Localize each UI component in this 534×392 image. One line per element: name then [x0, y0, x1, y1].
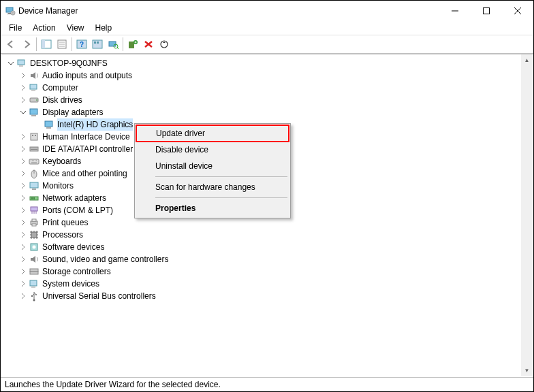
svg-point-23: [36, 99, 37, 101]
chevron-down-icon[interactable]: [7, 59, 15, 67]
tree-category[interactable]: Software devices: [5, 241, 533, 253]
scroll-up-button[interactable]: ▲: [521, 54, 533, 66]
monitor-icon: [29, 180, 40, 191]
action-center-button[interactable]: [90, 37, 105, 52]
chevron-right-icon[interactable]: [19, 145, 27, 153]
menu-view[interactable]: View: [61, 22, 90, 34]
ctx-update-driver[interactable]: Update driver: [136, 125, 289, 142]
svg-rect-37: [32, 189, 36, 190]
chevron-right-icon[interactable]: [19, 243, 27, 251]
uninstall-button[interactable]: [141, 37, 156, 52]
chevron-right-icon[interactable]: [19, 280, 27, 288]
tree-category[interactable]: Sound, video and game controllers: [5, 253, 533, 265]
tree-label: Keyboards: [42, 155, 81, 167]
titlebar: Device Manager: [1, 1, 533, 21]
ctx-properties[interactable]: Properties: [136, 200, 289, 216]
show-tree-button[interactable]: [39, 37, 54, 52]
chevron-right-icon[interactable]: [19, 231, 27, 239]
tree-category[interactable]: System devices: [5, 278, 533, 290]
scroll-down-button[interactable]: ▼: [521, 365, 533, 376]
properties-button[interactable]: [54, 37, 69, 52]
ctx-label: Disable device: [155, 145, 208, 154]
chevron-right-icon[interactable]: [19, 218, 27, 227]
tree-category[interactable]: Processors: [5, 229, 533, 241]
chevron-right-icon[interactable]: [19, 255, 27, 263]
mouse-icon: [29, 168, 40, 179]
disk-icon: [29, 95, 40, 105]
tree-root-label: DESKTOP-9Q0JNFS: [30, 57, 108, 69]
forward-button[interactable]: [19, 37, 34, 52]
svg-point-53: [35, 294, 37, 295]
scan-hardware-button[interactable]: [106, 37, 121, 52]
chevron-right-icon[interactable]: [19, 169, 27, 178]
toolbar-separator: [123, 37, 123, 51]
chevron-right-icon[interactable]: [19, 96, 27, 104]
chevron-right-icon[interactable]: [19, 182, 27, 190]
tree-label: Processors: [42, 229, 83, 241]
computer-icon: [29, 82, 40, 93]
svg-rect-13: [109, 42, 116, 46]
chevron-right-icon[interactable]: [19, 194, 27, 202]
menu-file[interactable]: File: [3, 22, 27, 34]
ctx-separator: [155, 176, 287, 177]
statusbar: Launches the Update Driver Wizard for th…: [1, 377, 533, 391]
vertical-scrollbar[interactable]: ▲ ▼: [521, 54, 533, 376]
chevron-right-icon[interactable]: [19, 157, 27, 165]
svg-rect-54: [31, 295, 33, 297]
ctx-disable-device[interactable]: Disable device: [136, 142, 289, 158]
svg-rect-36: [30, 182, 38, 188]
back-button[interactable]: [3, 37, 18, 52]
svg-text:?: ?: [80, 41, 84, 48]
ctx-scan-hardware[interactable]: Scan for hardware changes: [136, 179, 289, 195]
tree-category[interactable]: Computer: [5, 82, 533, 94]
tree-label: Computer: [42, 82, 78, 94]
ctx-uninstall-device[interactable]: Uninstall device: [136, 158, 289, 174]
svg-point-52: [33, 299, 35, 301]
add-legacy-button[interactable]: [125, 37, 140, 52]
svg-rect-18: [18, 60, 25, 65]
tree-label: System devices: [42, 278, 99, 290]
svg-rect-43: [32, 219, 36, 221]
menu-action[interactable]: Action: [27, 22, 61, 34]
close-button[interactable]: [502, 1, 533, 21]
window-title: Device Manager: [18, 6, 78, 16]
chevron-right-icon[interactable]: [19, 71, 27, 80]
tree-category-display-adapters[interactable]: Display adapters: [5, 106, 533, 118]
network-icon: [29, 193, 40, 203]
chevron-right-icon[interactable]: [19, 84, 27, 92]
tree-root[interactable]: DESKTOP-9Q0JNFS: [5, 57, 533, 69]
scroll-track[interactable]: [521, 66, 533, 365]
help-button[interactable]: ?: [74, 37, 89, 52]
tree-label: IDE ATA/ATAPI controller: [42, 143, 133, 155]
tree-label: Sound, video and game controllers: [42, 253, 168, 265]
tree-label: Network adapters: [42, 192, 106, 204]
toolbar-separator: [72, 37, 72, 51]
svg-rect-32: [31, 148, 37, 148]
tree-label: Audio inputs and outputs: [42, 69, 132, 82]
maximize-button[interactable]: [471, 1, 502, 21]
port-icon: [29, 205, 40, 216]
chevron-right-icon[interactable]: [19, 206, 27, 214]
chevron-right-icon[interactable]: [19, 267, 27, 276]
menubar: File Action View Help: [1, 21, 533, 35]
chevron-right-icon[interactable]: [19, 292, 27, 300]
svg-rect-45: [31, 232, 37, 238]
tree-category[interactable]: Universal Serial Bus controllers: [5, 290, 533, 302]
tree-category[interactable]: Storage controllers: [5, 265, 533, 278]
update-driver-button[interactable]: [157, 37, 172, 52]
chevron-down-icon[interactable]: [19, 108, 27, 116]
menu-help[interactable]: Help: [90, 22, 118, 34]
svg-rect-24: [30, 109, 37, 114]
system-icon: [29, 278, 40, 289]
tree-category[interactable]: Disk drives: [5, 94, 533, 106]
svg-rect-20: [30, 84, 37, 89]
display-adapter-icon: [29, 107, 40, 118]
tree-category[interactable]: Audio inputs and outputs: [5, 69, 533, 82]
tree-label: Human Interface Device: [42, 131, 130, 143]
chevron-right-icon[interactable]: [19, 133, 27, 141]
minimize-button[interactable]: [439, 1, 471, 21]
svg-rect-1: [8, 13, 11, 14]
ide-icon: [29, 144, 40, 154]
svg-rect-12: [97, 42, 99, 44]
tree-label: Display adapters: [42, 106, 103, 118]
